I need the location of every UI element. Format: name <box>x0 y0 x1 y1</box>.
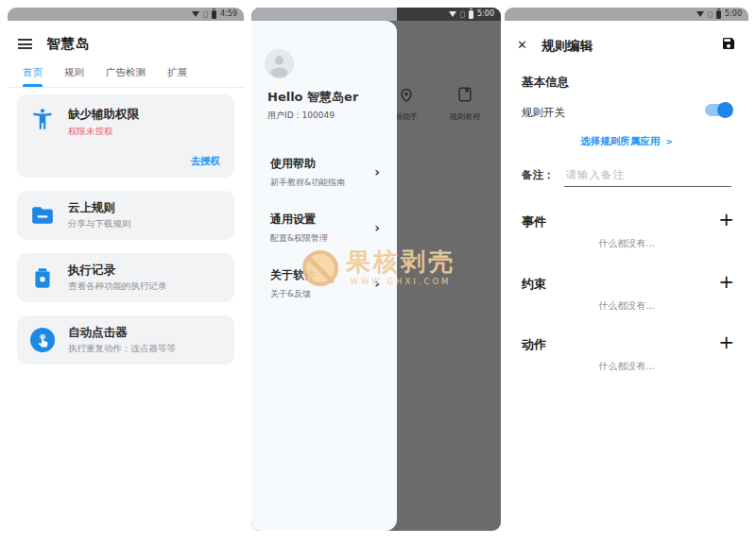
auto-clicker-icon <box>30 328 55 352</box>
folder-icon <box>30 203 55 228</box>
status-bar-light-segment <box>251 8 397 21</box>
navigation-drawer: Hello 智慧岛er 用户ID：100049 使用帮助 新手教程&功能指南 ›… <box>251 21 397 531</box>
record-bin-icon <box>30 265 55 290</box>
card-title: 自动点击器 <box>68 325 176 340</box>
select-app-link-label: 选择规则所属应用 <box>580 135 660 146</box>
save-icon[interactable] <box>721 36 736 51</box>
card-title: 云上规则 <box>68 200 131 215</box>
shortcut-rule-tutorial: 规则教程 <box>435 85 495 122</box>
drawer-menu: 使用帮助 新手教程&功能指南 › 通用设置 配置&权限管理 › 关于软件 关于&… <box>251 144 397 312</box>
chevron-right-icon: › <box>374 219 380 234</box>
status-bar: 5:00 <box>505 8 748 21</box>
location-pin-icon <box>397 85 416 104</box>
card-subtitle: 分享与下载规则 <box>68 218 131 230</box>
tab-bar: 首页 规则 广告检测 扩展 <box>8 66 244 88</box>
editor-body: ✕ 规则编辑 基本信息 规则开关 选择规则所属应用> 备注： 事件 + 什么都没… <box>505 21 748 531</box>
status-time: 5:00 <box>477 10 494 18</box>
status-bar-dark-segment: 5:00 <box>397 8 501 21</box>
wifi-icon <box>192 11 199 17</box>
tab-label: 扩展 <box>167 66 187 77</box>
card-subtitle: 权限未授权 <box>68 126 139 138</box>
shortcut-label: 规则教程 <box>435 111 495 122</box>
card-title: 缺少辅助权限 <box>68 107 139 122</box>
rule-editor-screen: 5:00 ✕ 规则编辑 基本信息 规则开关 选择规则所属应用> 备注： 事件 + <box>505 8 748 531</box>
empty-placeholder: 什么都没有... <box>505 299 748 313</box>
avatar[interactable] <box>265 49 294 78</box>
tab-label: 广告检测 <box>106 66 146 77</box>
battery-icon <box>716 10 721 19</box>
app-header: 智慧岛 <box>8 21 244 53</box>
select-app-link[interactable]: 选择规则所属应用> <box>505 135 748 148</box>
section-title-action: 动作 <box>522 336 546 353</box>
add-constraint-button[interactable]: + <box>718 272 734 291</box>
page-title: 规则编辑 <box>541 38 593 55</box>
battery-icon <box>469 10 473 19</box>
section-title-constraint: 约束 <box>522 276 546 293</box>
tab-home[interactable]: 首页 <box>23 66 43 87</box>
card-text: 云上规则 分享与下载规则 <box>68 200 131 231</box>
status-bar: 4:59 <box>8 8 244 21</box>
card-missing-permission[interactable]: 缺少辅助权限 权限未授权 去授权 <box>17 94 234 178</box>
add-event-button[interactable]: + <box>718 210 734 229</box>
card-title: 执行记录 <box>68 263 167 278</box>
note-input[interactable] <box>564 168 732 186</box>
empty-placeholder: 什么都没有... <box>505 360 748 373</box>
authorize-button[interactable]: 去授权 <box>191 155 221 168</box>
rule-switch-label: 规则开关 <box>522 106 565 120</box>
wifi-icon <box>696 11 704 17</box>
app-title: 智慧岛 <box>46 35 91 53</box>
chevron-right-icon: › <box>374 163 380 178</box>
chevron-right-icon: > <box>665 137 673 146</box>
status-time: 5:00 <box>725 10 742 18</box>
toggle-knob <box>717 102 733 118</box>
card-cloud-rules[interactable]: 云上规则 分享与下载规则 <box>17 191 234 240</box>
close-icon[interactable]: ✕ <box>517 38 527 52</box>
accessibility-icon <box>30 107 55 131</box>
user-greeting: Hello 智慧岛er <box>267 89 397 106</box>
battery-icon <box>212 10 216 19</box>
card-text: 自动点击器 执行重复动作：连点器等等 <box>68 325 176 356</box>
user-id: 用户ID：100049 <box>267 110 397 122</box>
menu-item-settings[interactable]: 通用设置 配置&权限管理 › <box>251 200 397 256</box>
tab-extensions[interactable]: 扩展 <box>167 66 187 87</box>
card-list: 缺少辅助权限 权限未授权 去授权 云上规则 分享与下载规则 <box>8 88 244 365</box>
home-screen: 4:59 智慧岛 首页 规则 广告检测 扩展 缺少辅助权限 权限未授权 <box>8 8 244 531</box>
empty-placeholder: 什么都没有... <box>505 237 748 250</box>
card-subtitle: 查看各种功能的执行记录 <box>68 280 167 293</box>
tab-label: 首页 <box>23 66 43 77</box>
card-auto-clicker[interactable]: 自动点击器 执行重复动作：连点器等等 <box>17 315 234 365</box>
card-text: 缺少辅助权限 权限未授权 <box>68 107 139 165</box>
card-text: 执行记录 查看各种功能的执行记录 <box>68 263 167 294</box>
tab-active-indicator <box>23 84 43 87</box>
sim-icon <box>708 11 713 18</box>
status-bar: 5:00 <box>251 8 501 21</box>
note-row: 备注： <box>522 164 731 187</box>
rule-switch-toggle[interactable] <box>705 104 731 116</box>
sim-icon <box>460 11 465 18</box>
card-execution-log[interactable]: 执行记录 查看各种功能的执行记录 <box>17 253 234 302</box>
sim-icon <box>203 11 208 18</box>
bookmark-page-icon <box>455 85 474 104</box>
tab-label: 规则 <box>64 66 84 77</box>
note-input-wrap <box>564 164 732 187</box>
tab-rules[interactable]: 规则 <box>64 66 84 87</box>
add-action-button[interactable]: + <box>718 332 734 351</box>
card-subtitle: 执行重复动作：连点器等等 <box>68 343 176 355</box>
wifi-icon <box>449 11 456 17</box>
chevron-right-icon: › <box>374 275 380 290</box>
status-time: 4:59 <box>220 10 237 18</box>
tab-ad-detect[interactable]: 广告检测 <box>106 66 146 87</box>
drawer-screen: 标助手 规则教程 5:00 Hello 智慧岛er 用户ID：100049 <box>251 8 501 531</box>
menu-icon[interactable] <box>18 39 32 49</box>
menu-item-help[interactable]: 使用帮助 新手教程&功能指南 › <box>251 144 397 200</box>
note-label: 备注： <box>522 168 555 187</box>
section-title-event: 事件 <box>522 213 546 230</box>
basic-info-heading: 基本信息 <box>522 75 569 91</box>
screenshot-root: 4:59 智慧岛 首页 规则 广告检测 扩展 缺少辅助权限 权限未授权 <box>0 0 756 544</box>
menu-item-about[interactable]: 关于软件 关于&反馈 › <box>251 256 397 312</box>
